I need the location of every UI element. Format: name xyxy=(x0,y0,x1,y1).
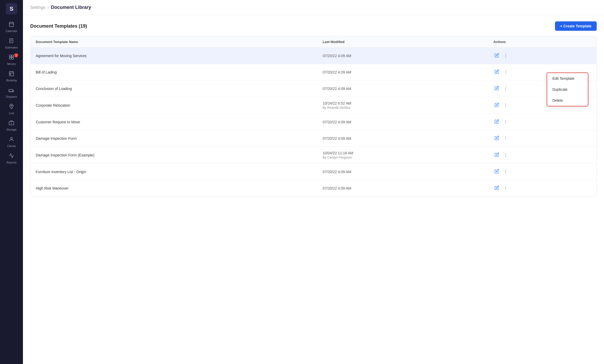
clients-icon xyxy=(9,136,14,143)
svg-rect-0 xyxy=(9,22,14,27)
more-actions-button[interactable] xyxy=(502,85,509,93)
more-actions-button[interactable] xyxy=(502,52,509,60)
more-actions-button[interactable] xyxy=(502,151,509,159)
table-row: Corporate Relocation10/24/22 6:52 AMBy A… xyxy=(31,97,596,114)
context-menu-duplicate[interactable]: Duplicate xyxy=(547,84,588,95)
sidebar-item-label: Storage xyxy=(7,128,17,131)
reports-icon xyxy=(9,153,14,160)
table-row: Conclusion of Loading07/20/22 4:09 AM xyxy=(31,81,596,97)
svg-point-43 xyxy=(505,153,506,154)
svg-rect-11 xyxy=(12,57,14,59)
table-row: High Risk Maneuver07/20/22 4:09 AM xyxy=(31,180,596,197)
sidebar-item-label: Moves xyxy=(7,62,16,65)
edit-template-button[interactable] xyxy=(493,52,500,60)
breadcrumb-separator: › xyxy=(47,5,49,10)
page-title: Document Templates (19) xyxy=(30,23,87,29)
estimates-icon xyxy=(9,38,14,45)
template-name-cell: Damage Inspection Form xyxy=(31,130,317,147)
edit-template-button[interactable] xyxy=(493,101,500,109)
more-actions-button[interactable] xyxy=(502,185,509,192)
svg-point-38 xyxy=(505,121,506,122)
dispatch-icon xyxy=(9,87,14,94)
template-modified-cell: 10/04/22 11:18 AMBy Carolyn Ferguson xyxy=(317,147,488,164)
svg-point-29 xyxy=(505,71,506,72)
svg-point-25 xyxy=(505,54,506,54)
context-menu: Edit Template Duplicate Delete xyxy=(547,72,588,106)
edit-template-button[interactable] xyxy=(493,168,500,176)
col-header-modified: Last Modified xyxy=(317,36,488,48)
template-actions-cell xyxy=(488,147,596,164)
breadcrumb-parent[interactable]: Settings xyxy=(30,5,45,10)
sidebar-item-live[interactable]: Live xyxy=(0,101,23,117)
template-name-cell: High Risk Maneuver xyxy=(31,180,317,197)
svg-rect-12 xyxy=(9,72,14,76)
sidebar-item-clients[interactable]: Clients xyxy=(0,134,23,150)
sidebar-item-moves[interactable]: 1 Moves xyxy=(0,52,23,68)
more-actions-button[interactable] xyxy=(502,168,509,176)
template-actions-cell xyxy=(488,180,596,197)
edit-template-button[interactable] xyxy=(493,151,500,159)
more-actions-button[interactable] xyxy=(502,102,509,109)
sidebar-item-label: Dispatch xyxy=(6,95,17,98)
svg-point-34 xyxy=(505,103,506,104)
main-content: Settings › Document Library Document Tem… xyxy=(23,0,604,364)
template-modified-cell: 07/20/22 4:09 AM xyxy=(317,64,488,81)
svg-point-31 xyxy=(505,87,506,87)
svg-point-47 xyxy=(505,171,506,172)
sidebar-item-storage[interactable]: Storage xyxy=(0,117,23,134)
template-name-cell: Conclusion of Loading xyxy=(31,81,317,97)
sidebar-item-estimates[interactable]: Estimates xyxy=(0,35,23,52)
svg-point-46 xyxy=(505,170,506,170)
sidebar-item-label: Booking xyxy=(6,79,17,82)
edit-template-button[interactable] xyxy=(493,184,500,192)
col-header-name: Document Template Name xyxy=(31,36,317,48)
document-templates-table: Document Template Name Last Modified Act… xyxy=(30,36,597,197)
template-name-cell: Damage Inspection Form (Example) xyxy=(31,147,317,164)
breadcrumb: Settings › Document Library xyxy=(23,0,604,15)
moves-badge: 1 xyxy=(14,53,18,57)
sidebar-item-calendar[interactable]: Calendar xyxy=(0,19,23,35)
sidebar-item-booking[interactable]: Booking xyxy=(0,68,23,84)
context-menu-delete[interactable]: Delete xyxy=(547,95,588,106)
template-actions-cell xyxy=(488,114,596,130)
sidebar-item-label: Clients xyxy=(7,144,16,148)
more-actions-button[interactable] xyxy=(502,69,509,76)
table-row: Furniture Inventory List - Origin07/20/2… xyxy=(31,164,596,180)
svg-point-24 xyxy=(10,137,12,139)
table-row: Agreement for Moving Services07/20/22 4:… xyxy=(31,48,596,64)
sidebar-item-dispatch[interactable]: Dispatch xyxy=(0,84,23,101)
sidebar-item-label: Reports xyxy=(7,161,17,164)
template-name-cell: Bill of Lading xyxy=(31,64,317,81)
template-modified-cell: 07/20/22 4:09 AM xyxy=(317,81,488,97)
svg-point-16 xyxy=(10,74,11,75)
template-modified-cell: 07/20/22 4:09 AM xyxy=(317,130,488,147)
more-actions-button[interactable] xyxy=(502,135,509,142)
table-row: Damage Inspection Form (Example)10/04/22… xyxy=(31,147,596,164)
svg-point-42 xyxy=(505,139,506,140)
edit-template-button[interactable] xyxy=(493,85,500,93)
moves-icon xyxy=(9,54,14,61)
svg-point-20 xyxy=(11,105,12,106)
svg-point-37 xyxy=(505,120,506,120)
svg-point-40 xyxy=(505,136,506,137)
more-actions-button[interactable] xyxy=(502,118,509,126)
svg-point-30 xyxy=(505,73,506,74)
svg-point-26 xyxy=(505,55,506,56)
live-icon xyxy=(9,104,14,111)
sidebar-item-reports[interactable]: Reports xyxy=(0,150,23,167)
table-row: Customer Request to Move07/20/22 4:09 AM xyxy=(31,114,596,130)
create-template-button[interactable]: + Create Template xyxy=(555,21,597,31)
svg-point-27 xyxy=(505,57,506,57)
edit-template-button[interactable] xyxy=(493,68,500,76)
template-modified-cell: 07/20/22 4:09 AM xyxy=(317,164,488,180)
svg-point-28 xyxy=(505,70,506,71)
calendar-icon xyxy=(9,21,14,28)
col-header-actions: Actions xyxy=(488,36,596,48)
edit-template-button[interactable] xyxy=(493,135,500,142)
edit-template-button[interactable] xyxy=(493,118,500,126)
sidebar-item-label: Estimates xyxy=(5,46,18,49)
context-menu-edit[interactable]: Edit Template xyxy=(547,73,588,84)
svg-point-51 xyxy=(505,189,506,190)
table-row: Damage Inspection Form07/20/22 4:09 AM xyxy=(31,130,596,147)
svg-point-36 xyxy=(505,106,506,107)
